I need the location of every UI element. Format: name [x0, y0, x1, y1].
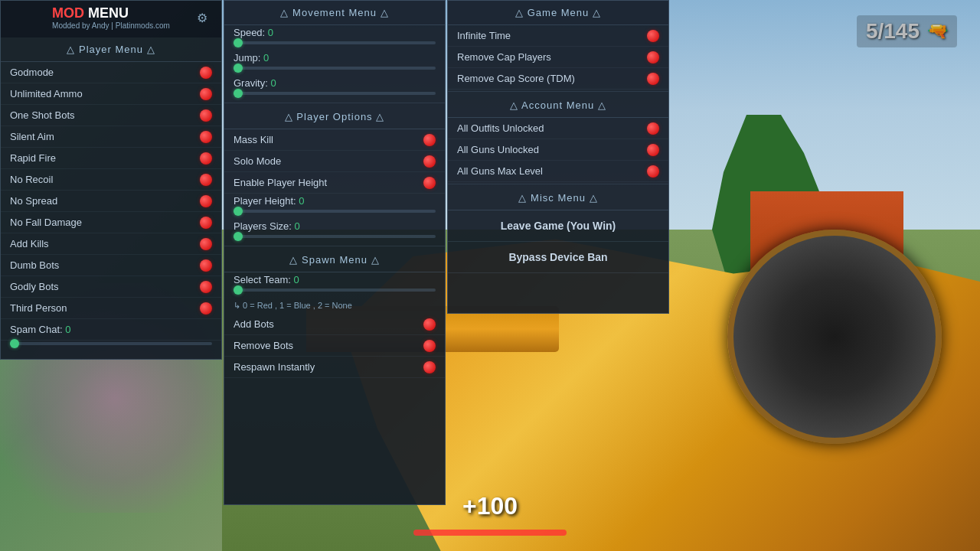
toggle-silent-aim[interactable]: [200, 131, 212, 143]
list-item[interactable]: Infinite Time: [448, 25, 668, 47]
toggle-rapid-fire[interactable]: [200, 152, 212, 165]
speed-label: Speed: 0: [234, 27, 436, 38]
list-item[interactable]: Solo Mode: [224, 151, 445, 172]
list-item[interactable]: Mass Kill: [224, 129, 445, 151]
toggle-no-fall-damage[interactable]: [200, 217, 212, 229]
item-label: Third Person: [10, 302, 67, 314]
toggle-add-kills[interactable]: [200, 238, 212, 250]
toggle-infinite-time[interactable]: [647, 30, 659, 42]
toggle-remove-cap-score[interactable]: [647, 73, 659, 85]
item-label: Add Bots: [234, 318, 274, 330]
toggle-godly-bots[interactable]: [200, 281, 212, 293]
item-label: Remove Bots: [234, 340, 293, 351]
list-item[interactable]: Unlimited Ammo: [1, 83, 221, 105]
toggle-dumb-bots[interactable]: [200, 259, 212, 272]
item-label: Unlimited Ammo: [10, 88, 83, 99]
player-height-slider[interactable]: [234, 210, 436, 213]
list-item[interactable]: Rapid Fire: [1, 148, 221, 169]
gravity-slider-row: Gravity: 0: [224, 76, 445, 101]
players-size-slider-row: Players Size: 0: [224, 219, 445, 244]
spam-chat-slider[interactable]: [10, 342, 212, 345]
item-label: Solo Mode: [234, 155, 281, 167]
title-menu: MENU: [88, 5, 129, 21]
item-label: All Guns Unlocked: [457, 144, 539, 155]
title-mod: MOD: [52, 5, 84, 21]
movement-menu-header: △ Movement Menu △: [224, 1, 445, 25]
toggle-unlimited-ammo[interactable]: [200, 88, 212, 100]
speed-thumb[interactable]: [234, 38, 243, 47]
gravity-thumb[interactable]: [234, 89, 243, 98]
speed-slider-row: Speed: 0: [224, 25, 445, 51]
list-item[interactable]: All Outfits Unlocked: [448, 118, 668, 139]
divider: [448, 184, 668, 184]
list-item[interactable]: Godly Bots: [1, 276, 221, 298]
list-item[interactable]: Remove Bots: [224, 335, 445, 357]
toggle-player-height[interactable]: [423, 177, 436, 189]
toggle-no-spread[interactable]: [200, 195, 212, 207]
gravity-slider[interactable]: [234, 92, 436, 95]
slider-thumb[interactable]: [10, 339, 19, 348]
list-item[interactable]: Dumb Bots: [1, 255, 221, 276]
spawn-menu-header: △ Spawn Menu △: [224, 248, 445, 272]
toggle-remove-bots[interactable]: [423, 340, 436, 352]
list-item[interactable]: No Fall Damage: [1, 212, 221, 233]
leave-game-button[interactable]: Leave Game (You Win): [448, 210, 668, 242]
item-label: All Outfits Unlocked: [457, 122, 544, 134]
game-menu-header: △ Game Menu △: [448, 1, 668, 25]
player-height-slider-row: Player Height: 0: [224, 194, 445, 219]
list-item[interactable]: Remove Cap Players: [448, 47, 668, 68]
player-menu-header: △ Player Menu △: [1, 37, 221, 62]
players-size-slider[interactable]: [234, 235, 436, 238]
select-team-thumb[interactable]: [234, 285, 243, 295]
select-team-slider[interactable]: [234, 289, 436, 292]
toggle-third-person[interactable]: [200, 302, 212, 315]
toggle-godmode[interactable]: [200, 67, 212, 79]
list-item[interactable]: Third Person: [1, 298, 221, 319]
divider: [224, 246, 445, 246]
list-item[interactable]: All Guns Unlocked: [448, 139, 668, 161]
jump-slider[interactable]: [234, 67, 436, 70]
toggle-no-recoil[interactable]: [200, 174, 212, 186]
hud-score: +100: [462, 492, 518, 520]
toggle-add-bots[interactable]: [423, 318, 436, 331]
player-height-label: Player Height: 0: [234, 195, 436, 207]
list-item[interactable]: Enable Player Height: [224, 172, 445, 194]
list-item[interactable]: All Guns Max Level: [448, 161, 668, 182]
players-size-thumb[interactable]: [234, 232, 243, 241]
jump-thumb[interactable]: [234, 64, 243, 73]
bypass-ban-button[interactable]: Bypass Device Ban: [448, 242, 668, 273]
middle-menu-panel: △ Movement Menu △ Speed: 0 Jump: 0 Gravi…: [224, 0, 446, 505]
toggle-solo-mode[interactable]: [423, 155, 436, 168]
item-label: No Spread: [10, 195, 57, 207]
list-item[interactable]: Respawn Instantly: [224, 357, 445, 378]
settings-icon[interactable]: ⚙: [197, 11, 214, 28]
toggle-guns-unlocked[interactable]: [647, 144, 659, 156]
list-item[interactable]: No Spread: [1, 191, 221, 212]
player-height-thumb[interactable]: [234, 207, 243, 216]
list-item[interactable]: Remove Cap Score (TDM): [448, 68, 668, 90]
item-label: Godly Bots: [10, 281, 59, 292]
list-item[interactable]: No Recoil: [1, 169, 221, 191]
toggle-outfits[interactable]: [647, 122, 659, 135]
toggle-respawn-instantly[interactable]: [423, 361, 436, 373]
toggle-one-shot-bots[interactable]: [200, 109, 212, 122]
list-item[interactable]: Godmode: [1, 62, 221, 83]
list-item[interactable]: Add Kills: [1, 233, 221, 255]
item-label: All Guns Max Level: [457, 165, 543, 177]
spawn-note: ↳ 0 = Red , 1 = Blue , 2 = None: [224, 298, 445, 314]
speed-slider[interactable]: [234, 41, 436, 44]
item-label: Enable Player Height: [234, 177, 327, 188]
list-item[interactable]: Silent Aim: [1, 126, 221, 148]
list-item[interactable]: One Shot Bots: [1, 105, 221, 126]
mod-menu-subtitle: Modded by Andy | Platinmods.com: [52, 21, 170, 33]
divider: [224, 103, 445, 103]
ammo-current: 5: [866, 19, 878, 43]
toggle-mass-kill[interactable]: [423, 134, 436, 146]
ammo-max: 145: [884, 19, 920, 43]
gravity-label: Gravity: 0: [234, 77, 436, 89]
account-menu-header: △ Account Menu △: [448, 93, 668, 118]
item-label: No Fall Damage: [10, 217, 82, 228]
toggle-guns-max-level[interactable]: [647, 165, 659, 178]
list-item[interactable]: Add Bots: [224, 314, 445, 335]
toggle-remove-cap-players[interactable]: [647, 51, 659, 64]
